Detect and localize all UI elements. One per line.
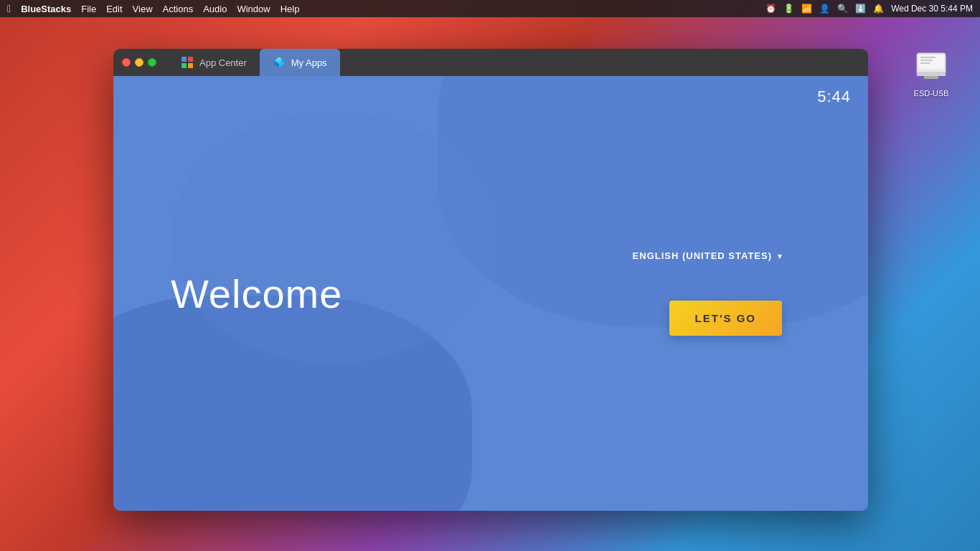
tab-app-center-label: App Center (199, 57, 247, 68)
menubar-clock: Wed Dec 30 5:44 PM (891, 4, 973, 14)
menubar-edit[interactable]: Edit (106, 4, 122, 14)
maximize-button[interactable] (148, 58, 156, 67)
wave-shape-3 (171, 112, 494, 363)
menubar-help[interactable]: Help (281, 4, 300, 14)
menubar-window[interactable]: Window (237, 4, 270, 14)
svg-rect-5 (917, 72, 946, 76)
menubar-audio[interactable]: Audio (203, 4, 227, 14)
minimize-button[interactable] (135, 58, 143, 67)
bluestacks-window: App Center (113, 49, 868, 511)
svg-rect-6 (924, 76, 938, 79)
welcome-heading: Welcome (171, 270, 342, 317)
tab-app-center[interactable]: App Center (168, 49, 260, 76)
menubar-right: ⏰ 🔋 📶 👤 🔍 ⬇️ 🔔 Wed Dec 30 5:44 PM (765, 4, 973, 14)
traffic-lights (122, 58, 156, 67)
notification-icon[interactable]: 🔔 (873, 4, 884, 14)
app-center-icon (181, 56, 194, 69)
menubar-file[interactable]: File (81, 4, 96, 14)
user-icon: 👤 (819, 4, 830, 14)
svg-rect-10 (188, 63, 193, 68)
apple-logo-icon[interactable]:  (7, 3, 11, 14)
svg-rect-8 (188, 57, 193, 62)
chevron-down-icon: ▾ (778, 251, 782, 261)
wifi-icon: 📶 (801, 4, 812, 14)
menubar:  BlueStacks File Edit View Actions Audi… (0, 0, 980, 17)
my-apps-icon (273, 56, 286, 69)
lets-go-button[interactable]: LET'S GO (669, 301, 782, 336)
svg-rect-1 (918, 55, 944, 69)
wave-shape-1 (438, 76, 868, 327)
tab-my-apps[interactable]: My Apps (260, 49, 340, 76)
download-icon: ⬇️ (855, 4, 866, 14)
window-content: 5:44 Welcome ENGLISH (UNITED STATES) ▾ L… (113, 76, 868, 511)
menubar-actions[interactable]: Actions (163, 4, 194, 14)
esd-usb-svg (911, 46, 951, 86)
svg-rect-9 (182, 63, 187, 68)
battery-icon: 🔋 (783, 4, 794, 14)
tab-my-apps-label: My Apps (291, 57, 327, 68)
svg-rect-7 (182, 57, 187, 62)
close-button[interactable] (122, 58, 131, 67)
window-titlebar: App Center (113, 49, 868, 76)
menubar-view[interactable]: View (133, 4, 153, 14)
esd-usb-icon[interactable]: ESD-USB (911, 46, 951, 98)
window-tabs: App Center (168, 49, 859, 76)
esd-usb-label: ESD-USB (914, 89, 949, 98)
language-label: ENGLISH (UNITED STATES) (633, 250, 772, 261)
menubar-left:  BlueStacks File Edit View Actions Audi… (7, 3, 299, 14)
menubar-app-name[interactable]: BlueStacks (21, 4, 71, 14)
language-selector[interactable]: ENGLISH (UNITED STATES) ▾ (633, 250, 782, 261)
desktop: ESD-USB (0, 17, 980, 551)
search-icon[interactable]: 🔍 (837, 4, 848, 14)
clock-icon: ⏰ (765, 4, 776, 14)
time-display: 5:44 (817, 88, 851, 106)
